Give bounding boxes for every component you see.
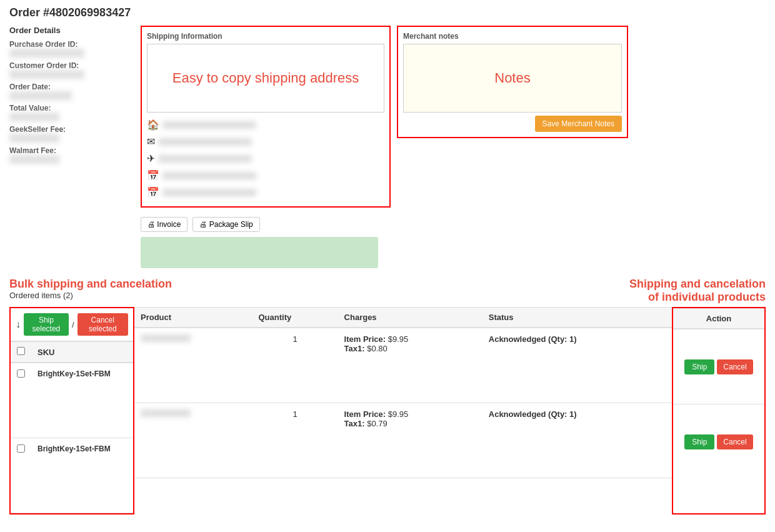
table-row: BrightKey-1Set-FBM [11,438,133,513]
merchant-notes-box: Merchant notes Notes Save Merchant Notes [397,26,628,138]
product-col-header: Product [134,308,252,328]
charges-col-header: Charges [338,308,482,328]
customer-order-id-label: Customer Order ID: [9,61,134,70]
green-placeholder [141,237,378,268]
sku-bulk-box: ↓ Ship selected / Cancel selected SKU [9,307,134,514]
table-row: 1 Item Price: $9.95 Tax1: $0.80 [134,328,672,403]
row1-action-cell: Ship Cancel [673,329,764,404]
action-box: Action Ship Cancel Ship Cancel [672,307,766,514]
merchant-notes-heading: Merchant notes [403,32,622,41]
notes-placeholder: Notes [494,70,530,86]
geekseller-fee-field: GeekSeller Fee: [9,125,134,143]
row1-checkbox-cell [11,363,31,438]
row2-checkbox[interactable] [17,444,25,453]
row2-checkbox-cell [11,438,31,513]
row1-qty-cell: 1 [252,328,338,403]
quantity-col-header: Quantity [252,308,338,328]
row2-product-image [141,409,191,417]
order-date-label: Order Date: [9,83,134,91]
row2-ship-button[interactable]: Ship [684,434,714,449]
package-slip-label: Package Slip [209,220,253,229]
invoice-label: Invoice [157,220,181,229]
save-merchant-notes-button[interactable]: Save Merchant Notes [535,116,622,132]
ordered-items-label: Ordered items (2) [9,291,172,300]
row2-cancel-button[interactable]: Cancel [717,434,752,449]
down-arrow-icon: ↓ [16,319,21,330]
row1-checkbox[interactable] [17,369,25,378]
row1-status-cell: Acknowledged (Qty: 1) [482,328,672,403]
walmart-fee-value [9,155,59,164]
row2-charges-cell: Item Price: $9.95 Tax1: $0.79 [338,403,482,478]
bulk-section-header: Bulk shipping and cancelation Ordered it… [9,278,172,300]
shipping-placeholder-text: Easy to copy shipping address [172,70,359,86]
row2-status-cell: Acknowledged (Qty: 1) [482,403,672,478]
row2-action-cell: Ship Cancel [673,404,764,479]
total-value-value [9,113,59,121]
purchase-order-id-label: Purchase Order ID: [9,40,134,49]
shipping-info-heading: Shipping Information [147,32,384,41]
status-col-header: Status [482,308,672,328]
notes-textarea[interactable]: Notes [403,44,622,113]
purchase-order-id-value [9,49,84,58]
sku-table: SKU BrightKey-1Set-FBM BrightKey [11,341,133,513]
sku-select-all-header [11,342,31,363]
customer-order-id-field: Customer Order ID: [9,61,134,79]
row1-ship-button[interactable]: Ship [684,359,714,374]
total-value-field: Total Value: [9,104,134,122]
customer-order-id-value [9,70,84,79]
geekseller-fee-label: GeekSeller Fee: [9,125,134,134]
email-icon: ✉ [147,136,155,148]
row1-item-price-row: Item Price: $9.95 [344,334,476,344]
order-details-panel: Order Details Purchase Order ID: Custome… [9,26,134,168]
calendar2-icon: 📅 [147,186,159,198]
main-table-area: Product Quantity Charges Status [134,307,672,514]
walmart-fee-label: Walmart Fee: [9,146,134,155]
bulk-title: Bulk shipping and cancelation [9,278,172,291]
individual-title-line2: of individual products [629,291,766,304]
shipping-info-box: Shipping Information Easy to copy shippi… [141,26,391,208]
address-icon-calendar2: 📅 [147,186,384,198]
order-date-value [9,91,72,100]
walmart-fee-field: Walmart Fee: [9,146,134,164]
order-details-heading: Order Details [9,26,134,35]
order-title: Order #4802069983427 [9,6,766,19]
address-icon-email: ✉ [147,136,384,148]
total-value-label: Total Value: [9,104,134,113]
printer2-icon: 🖨 [199,220,207,229]
address-icons-list: 🏠 ✉ ✈ 📅 📅 [147,116,384,201]
ship-selected-button[interactable]: Ship selected [24,313,69,336]
main-product-table: Product Quantity Charges Status [134,307,672,478]
row1-tax1-row: Tax1: $0.80 [344,344,476,353]
invoice-button[interactable]: 🖨 Invoice [141,217,188,232]
print-buttons-row: 🖨 Invoice 🖨 Package Slip [141,217,766,232]
cancel-selected-button[interactable]: Cancel selected [78,313,128,336]
sku-column-header: SKU [31,342,133,363]
calendar1-icon: 📅 [147,169,159,181]
address-icon-home: 🏠 [147,119,384,131]
row1-product-image [141,334,191,342]
row1-product-cell [134,328,252,403]
row2-item-price-row: Item Price: $9.95 [344,409,476,419]
order-date-field: Order Date: [9,83,134,101]
printer-icon: 🖨 [148,220,155,229]
slash-separator: / [72,320,74,329]
shipping-address-textarea[interactable]: Easy to copy shipping address [147,44,384,113]
section-headers-row: Bulk shipping and cancelation Ordered it… [9,278,766,304]
individual-section-header: Shipping and cancelation of individual p… [629,278,766,304]
select-all-checkbox[interactable] [17,347,25,355]
address-icon-plane: ✈ [147,153,384,164]
action-col-header: Action [673,308,764,329]
bulk-buttons-row: ↓ Ship selected / Cancel selected [11,308,133,341]
row1-sku-cell: BrightKey-1Set-FBM [31,363,133,438]
geekseller-fee-value [9,134,59,143]
row2-tax1-row: Tax1: $0.79 [344,419,476,428]
row1-cancel-button[interactable]: Cancel [717,359,752,374]
address-icon-calendar1: 📅 [147,169,384,181]
purchase-order-id-field: Purchase Order ID: [9,40,134,58]
row2-sku-cell: BrightKey-1Set-FBM [31,438,133,513]
individual-title-line1: Shipping and cancelation [629,278,766,291]
table-row: 1 Item Price: $9.95 Tax1: $0.79 [134,403,672,478]
home-icon: 🏠 [147,119,159,131]
row2-qty-cell: 1 [252,403,338,478]
package-slip-button[interactable]: 🖨 Package Slip [192,217,259,232]
